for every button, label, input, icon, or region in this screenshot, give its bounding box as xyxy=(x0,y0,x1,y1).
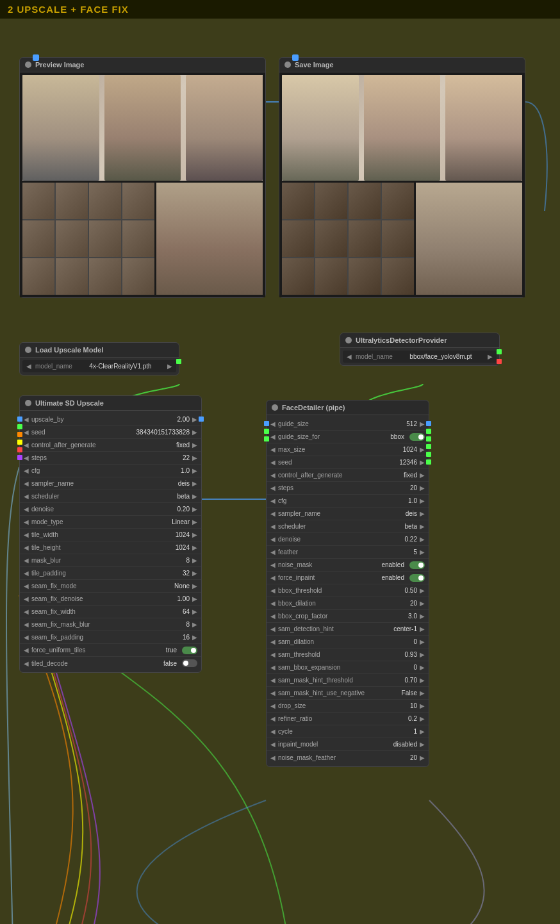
param-arrow-left[interactable]: ◀ xyxy=(270,600,276,607)
param-arrow-right[interactable]: ▶ xyxy=(420,510,425,517)
param-arrow-right[interactable]: ▶ xyxy=(192,429,197,436)
param-arrow-left[interactable]: ◀ xyxy=(270,472,276,479)
param-arrow-left[interactable]: ◀ xyxy=(270,715,276,722)
ultralytics-arrow-right[interactable]: ▶ xyxy=(488,353,493,360)
fd-param-row[interactable]: ◀cycle1▶ xyxy=(267,725,429,738)
fd-param-row[interactable]: ◀bbox_dilation20▶ xyxy=(267,597,429,610)
param-arrow-right[interactable]: ▶ xyxy=(192,608,197,615)
param-arrow-left[interactable]: ◀ xyxy=(270,587,276,594)
param-arrow-left[interactable]: ◀ xyxy=(24,557,29,564)
param-arrow-right[interactable]: ▶ xyxy=(420,472,425,479)
param-arrow-left[interactable]: ◀ xyxy=(270,510,276,517)
param-arrow-right[interactable]: ▶ xyxy=(420,459,425,466)
param-arrow-right[interactable]: ▶ xyxy=(192,506,197,513)
param-arrow-left[interactable]: ◀ xyxy=(24,467,29,474)
param-arrow-right[interactable]: ▶ xyxy=(420,651,425,658)
fd-param-row[interactable]: ◀sam_bbox_expansion0▶ xyxy=(267,661,429,674)
param-arrow-left[interactable]: ◀ xyxy=(270,651,276,658)
sd-param-row[interactable]: ◀seam_fix_denoise1.00▶ xyxy=(20,593,201,606)
param-arrow-right[interactable]: ▶ xyxy=(192,416,197,423)
param-arrow-left[interactable]: ◀ xyxy=(270,549,276,556)
fd-param-row[interactable]: ◀steps20▶ xyxy=(267,482,429,495)
sd-param-row[interactable]: ◀tile_padding32▶ xyxy=(20,567,201,580)
sd-param-row[interactable]: ◀tiled_decodefalse xyxy=(20,657,201,670)
param-arrow-right[interactable]: ▶ xyxy=(420,741,425,748)
param-arrow-right[interactable]: ▶ xyxy=(420,677,425,684)
sd-param-row[interactable]: ◀steps22▶ xyxy=(20,452,201,465)
param-arrow-left[interactable]: ◀ xyxy=(24,582,29,590)
param-arrow-right[interactable]: ▶ xyxy=(192,595,197,602)
param-arrow-right[interactable]: ▶ xyxy=(192,544,197,551)
param-arrow-left[interactable]: ◀ xyxy=(270,523,276,530)
ultralytics-model-name-row[interactable]: ◀ model_name bbox/face_yolov8m.pt ▶ xyxy=(343,351,497,363)
param-arrow-right[interactable]: ▶ xyxy=(192,518,197,525)
fd-param-row[interactable]: ◀seed12346▶ xyxy=(267,456,429,469)
param-arrow-right[interactable]: ▶ xyxy=(420,446,425,453)
fd-param-row[interactable]: ◀guide_size_forbbox xyxy=(267,431,429,443)
param-arrow-left[interactable]: ◀ xyxy=(24,441,29,449)
param-arrow-left[interactable]: ◀ xyxy=(270,536,276,543)
param-arrow-right[interactable]: ▶ xyxy=(420,702,425,709)
param-arrow-left[interactable]: ◀ xyxy=(24,608,29,615)
fd-param-row[interactable]: ◀bbox_threshold0.50▶ xyxy=(267,584,429,597)
param-arrow-left[interactable]: ◀ xyxy=(270,664,276,671)
param-arrow-left[interactable]: ◀ xyxy=(24,518,29,525)
sd-param-row[interactable]: ◀seed384340151733828▶ xyxy=(20,426,201,439)
fd-param-row[interactable]: ◀sam_dilation0▶ xyxy=(267,636,429,648)
fd-param-row[interactable]: ◀noise_maskenabled xyxy=(267,559,429,572)
fd-param-row[interactable]: ◀bbox_crop_factor3.0▶ xyxy=(267,610,429,623)
sd-param-row[interactable]: ◀upscale_by2.00▶ xyxy=(20,413,201,426)
fd-param-row[interactable]: ◀schedulerbeta▶ xyxy=(267,520,429,533)
sd-param-row[interactable]: ◀sampler_namedeis▶ xyxy=(20,477,201,490)
param-arrow-right[interactable]: ▶ xyxy=(192,634,197,641)
fd-param-row[interactable]: ◀sam_threshold0.93▶ xyxy=(267,648,429,661)
param-arrow-right[interactable]: ▶ xyxy=(192,531,197,538)
sd-param-row[interactable]: ◀seam_fix_width64▶ xyxy=(20,606,201,618)
param-arrow-right[interactable]: ▶ xyxy=(420,689,425,697)
param-arrow-left[interactable]: ◀ xyxy=(24,531,29,538)
param-arrow-left[interactable]: ◀ xyxy=(270,497,276,504)
param-arrow-left[interactable]: ◀ xyxy=(24,429,29,436)
fd-param-row[interactable]: ◀sampler_namedeis▶ xyxy=(267,507,429,520)
sd-param-row[interactable]: ◀force_uniform_tilestrue xyxy=(20,644,201,657)
param-arrow-left[interactable]: ◀ xyxy=(270,638,276,645)
param-arrow-left[interactable]: ◀ xyxy=(270,613,276,620)
fd-param-row[interactable]: ◀max_size1024▶ xyxy=(267,443,429,456)
param-arrow-right[interactable]: ▶ xyxy=(192,493,197,500)
param-arrow-left[interactable]: ◀ xyxy=(270,625,276,632)
param-arrow-left[interactable]: ◀ xyxy=(24,506,29,513)
fd-param-row[interactable]: ◀sam_mask_hint_use_negativeFalse▶ xyxy=(267,687,429,700)
param-arrow-left[interactable]: ◀ xyxy=(270,702,276,709)
fd-param-row[interactable]: ◀cfg1.0▶ xyxy=(267,495,429,507)
param-arrow-left[interactable]: ◀ xyxy=(24,660,29,667)
sd-param-row[interactable]: ◀seam_fix_padding16▶ xyxy=(20,631,201,644)
param-arrow-left[interactable]: ◀ xyxy=(24,544,29,551)
load-model-name-row[interactable]: ◀ model_name 4x-ClearRealityV1.pth ▶ xyxy=(22,360,176,372)
param-toggle[interactable] xyxy=(182,659,197,667)
param-arrow-left[interactable]: ◀ xyxy=(270,677,276,684)
param-arrow-right[interactable]: ▶ xyxy=(420,664,425,671)
param-arrow-right[interactable]: ▶ xyxy=(192,621,197,628)
param-arrow-left[interactable]: ◀ xyxy=(24,634,29,641)
fd-param-row[interactable]: ◀sam_detection_hintcenter-1▶ xyxy=(267,623,429,636)
param-arrow-left[interactable]: ◀ xyxy=(270,484,276,491)
fd-param-row[interactable]: ◀denoise0.22▶ xyxy=(267,533,429,546)
fd-param-row[interactable]: ◀force_inpaintenabled xyxy=(267,572,429,584)
param-arrow-right[interactable]: ▶ xyxy=(420,625,425,632)
param-arrow-right[interactable]: ▶ xyxy=(420,613,425,620)
param-arrow-right[interactable]: ▶ xyxy=(420,536,425,543)
param-arrow-left[interactable]: ◀ xyxy=(24,493,29,500)
param-toggle[interactable] xyxy=(182,647,197,654)
ultralytics-arrow-left[interactable]: ◀ xyxy=(347,353,352,360)
param-arrow-right[interactable]: ▶ xyxy=(420,754,425,761)
param-arrow-right[interactable]: ▶ xyxy=(420,600,425,607)
sd-param-row[interactable]: ◀control_after_generatefixed▶ xyxy=(20,439,201,452)
param-arrow-right[interactable]: ▶ xyxy=(420,420,425,427)
fd-param-row[interactable]: ◀guide_size512▶ xyxy=(267,418,429,431)
param-toggle[interactable] xyxy=(409,561,425,569)
load-arrow-right[interactable]: ▶ xyxy=(167,363,172,370)
param-arrow-left[interactable]: ◀ xyxy=(270,754,276,761)
param-arrow-left[interactable]: ◀ xyxy=(270,689,276,697)
param-arrow-right[interactable]: ▶ xyxy=(420,638,425,645)
param-arrow-right[interactable]: ▶ xyxy=(420,549,425,556)
